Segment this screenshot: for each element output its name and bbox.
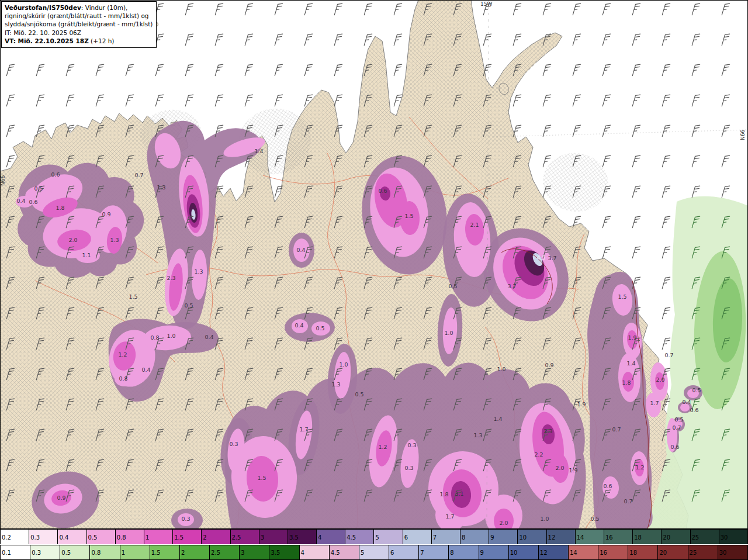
- colorbar-cell: 30: [718, 545, 748, 559]
- colorbar-cell-label: 30: [721, 534, 728, 540]
- colorbar-cell: 2.5: [231, 530, 259, 544]
- colorbar-cell-label: 20: [663, 534, 670, 540]
- colorbar-cell: 6: [389, 545, 419, 559]
- precip-value-label: 0.8: [119, 375, 127, 382]
- colorbar-cell-label: 14: [570, 549, 577, 556]
- precip-value-label: 0.5: [316, 325, 324, 331]
- parallel-label-left: N66: [0, 175, 6, 186]
- colorbar-cell-label: 12: [540, 549, 548, 556]
- colorbar-cell-label: 4.5: [347, 534, 356, 540]
- precip-value-label: 2.0: [555, 465, 564, 471]
- colorbar-cell: 30: [719, 530, 748, 544]
- colorbar-cell-label: 5: [361, 549, 364, 556]
- colorbar-cell: 20: [662, 530, 690, 544]
- colorbar-sleet-snow: 0.20.30.40.50.811.522.533.544.5567891012…: [0, 529, 748, 544]
- precip-value-label: 1.8: [439, 491, 448, 497]
- precip-value-label: 1.9: [569, 467, 577, 473]
- colorbar-cell: 1.5: [173, 530, 202, 544]
- colorbar-cell-label: 3: [241, 549, 244, 556]
- precip-value-label: 0.6: [690, 407, 698, 413]
- precip-value-label: 0.6: [29, 199, 37, 205]
- colorbar-cell-label: 2.5: [232, 534, 241, 540]
- colorbar-cell-label: 9: [480, 549, 484, 556]
- colorbar-cell-label: 6: [390, 549, 394, 556]
- precip-value-label: 0.6: [603, 483, 612, 489]
- colorbar-cell: 1: [144, 530, 173, 544]
- colorbar-cell: 12: [539, 545, 569, 559]
- colorbar-cell-label: 4: [301, 549, 304, 556]
- colorbar-cell: 16: [604, 530, 633, 544]
- colorbar-cell-label: 0.8: [91, 549, 101, 556]
- colorbar-cell: 20: [658, 545, 688, 559]
- colorbar-cell: 3.5: [269, 545, 299, 559]
- colorbar-cell-label: 9: [490, 534, 494, 540]
- colorbar-cell-label: 12: [548, 534, 556, 540]
- precip-value-label: 0.3: [229, 441, 238, 447]
- precip-value-label: 2.2: [534, 451, 543, 458]
- precip-value-label: 0.5: [184, 302, 193, 309]
- forecast-map: 15W N66 N66 0.60.50.40.61.80.90.71.32.01…: [0, 0, 748, 529]
- precip-value-label: 0.6: [378, 188, 387, 194]
- colorbar-cell-label: 2.5: [211, 549, 220, 556]
- colorbar-cell: 0.8: [90, 545, 120, 559]
- colorbar-cell: 0.3: [30, 545, 60, 559]
- precip-value-label: 1.2: [635, 464, 644, 471]
- precip-value-label: 3.7: [548, 255, 556, 261]
- colorbar-cell-label: 0.4: [59, 534, 68, 540]
- precip-value-label: 0.5: [674, 416, 683, 423]
- precip-value-label: 1.7: [650, 400, 659, 406]
- colorbar-cell: 3: [240, 545, 269, 559]
- precip-value-label: 2.0: [499, 520, 508, 526]
- colorbar-cell: 0.5: [60, 545, 90, 559]
- precip-value-label: 0.4: [682, 399, 691, 405]
- colorbar-cell: 5: [374, 530, 403, 544]
- colorbar-cell: 25: [688, 545, 718, 559]
- colorbar-cell-label: 3: [261, 534, 264, 540]
- colorbar-cell-label: 10: [510, 549, 518, 556]
- colorbar-cell: 16: [598, 545, 628, 559]
- colorbar-cell: 0.5: [87, 530, 116, 544]
- precip-value-label: 0.9: [102, 211, 110, 217]
- precip-value-label: 0.4: [141, 367, 150, 373]
- colorbar-cell-label: 1.5: [151, 549, 161, 556]
- colorbar-cell-label: 3.5: [289, 534, 299, 540]
- colorbar-cell: 14: [569, 545, 598, 559]
- precip-value-label: 1.5: [257, 475, 266, 481]
- colorbar-cell: 6: [403, 530, 432, 544]
- precip-value-label: 2.3: [167, 275, 175, 281]
- colorbar-cell-label: 7: [433, 534, 437, 540]
- colorbar-cell: 7: [432, 530, 460, 544]
- legend-line-1: Veðurstofan/IS750dev: Vindur (10m),: [5, 4, 153, 12]
- colorbar-cell-label: 0.8: [117, 534, 126, 540]
- precip-value-label: 0.7: [664, 352, 673, 358]
- precip-value-label: 1.2: [118, 351, 127, 358]
- colorbar-cell-label: 2: [181, 549, 185, 556]
- legend-line-5: VT: Mið. 22.10.2025 18Z (+12 h): [5, 37, 153, 45]
- legend-line-4: IT: Mið. 22. 10. 2025 06Z: [5, 29, 153, 37]
- parallel-label-right: N66: [740, 130, 746, 140]
- weather-map-page: 15W N66 N66 0.60.50.40.61.80.90.71.32.01…: [0, 0, 748, 560]
- colorbar-cell: 4: [317, 530, 345, 544]
- precip-value-label: 0.4: [205, 334, 213, 340]
- colorbar-cell: 8: [460, 530, 489, 544]
- colorbar-cell: 0.3: [29, 530, 58, 544]
- model-name: Veðurstofan/IS750dev: [5, 4, 81, 11]
- precip-value-label: 2.1: [470, 222, 479, 228]
- precip-value-label: 0.3: [407, 442, 416, 448]
- colorbar-cell-label: 14: [577, 534, 584, 540]
- precip-value-label: 1.0: [444, 330, 453, 336]
- colorbar-cell-label: 20: [659, 549, 667, 556]
- colorbar-cell: 10: [518, 530, 546, 544]
- precip-value-label: 0.5: [448, 283, 457, 289]
- colorbar-cell: 0.2: [1, 530, 29, 544]
- colorbar-cell-label: 0.5: [61, 549, 71, 556]
- precip-value-label: 1.0: [497, 366, 505, 372]
- colorbar-cell: 0.8: [116, 530, 144, 544]
- colorbar-rain: 0.10.30.50.811.522.533.544.5567891012141…: [0, 545, 748, 560]
- legend-line-2: rigning/skúrir (grænt/blátt/rautt - mm/1…: [5, 12, 153, 20]
- precip-value-label: 1.4: [626, 360, 635, 367]
- colorbar-cell-label: 0.5: [88, 534, 98, 540]
- colorbar-cell: 2: [180, 545, 210, 559]
- legend-line-5-rest: (+12 h): [89, 37, 115, 44]
- colorbar-cell-label: 0.1: [2, 549, 11, 556]
